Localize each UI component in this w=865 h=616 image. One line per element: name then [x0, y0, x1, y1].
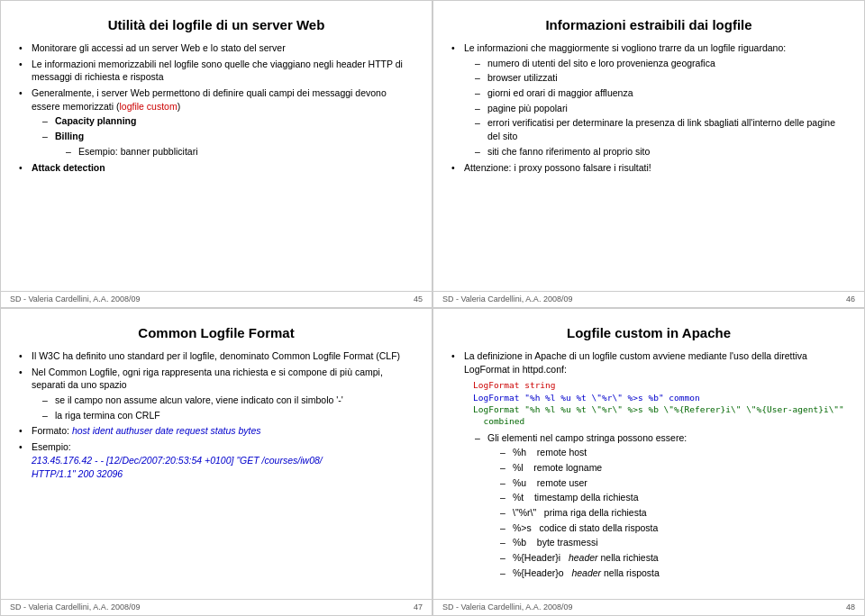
- sub-list-item: \"%r\" prima riga della richiesta: [500, 506, 846, 520]
- sub-list-item: browser utilizzati: [475, 71, 846, 85]
- sub-list-item: errori verificatisi per determinare la p…: [475, 116, 846, 142]
- list-item: La definizione in Apache di un logfile c…: [451, 349, 846, 579]
- sub-list-item: pagine più popolari: [475, 102, 846, 115]
- list-item: Le informazioni memorizzabili nel logfil…: [19, 58, 414, 84]
- footer-right: 47: [414, 602, 423, 611]
- footer-left: SD - Valeria Cardellini, A.A. 2008/09: [10, 602, 140, 611]
- sub-list-item: la riga termina con CRLF: [42, 409, 414, 422]
- slide-46-footer: SD - Valeria Cardellini, A.A. 2008/09 46: [433, 291, 864, 303]
- list-item: Esempio: 213.45.176.42 - - [12/Dec/2007:…: [19, 440, 414, 480]
- list-item: Formato: host ident authuser date reques…: [19, 424, 414, 438]
- slide-47-content: Il W3C ha definito uno standard per il l…: [19, 349, 414, 604]
- footer-left: SD - Valeria Cardellini, A.A. 2008/09: [442, 294, 572, 303]
- list-item: Il W3C ha definito uno standard per il l…: [19, 349, 414, 363]
- logformat-block: LogFormat string LogFormat "%h %l %u %t …: [473, 379, 846, 427]
- sub-list-item: %h remote host: [500, 446, 846, 459]
- footer-right: 45: [414, 294, 423, 303]
- footer-right: 48: [846, 602, 855, 611]
- slide-47-title: Common Logfile Format: [19, 325, 414, 340]
- slide-45-footer: SD - Valeria Cardellini, A.A. 2008/09 45: [1, 291, 432, 303]
- footer-left: SD - Valeria Cardellini, A.A. 2008/09: [10, 294, 140, 303]
- list-item: Attenzione: i proxy possono falsare i ri…: [451, 161, 846, 175]
- sub-list-item: %{Header}o header nella risposta: [500, 566, 846, 580]
- slide-46: Informazioni estraibili dai logfile Le i…: [432, 0, 865, 308]
- sub-list-item: %>s codice di stato della risposta: [500, 521, 846, 535]
- slide-45-content: Monitorare gli accessi ad un server Web …: [19, 41, 414, 296]
- sub-list-item: %l remote logname: [500, 461, 846, 475]
- footer-right: 46: [846, 294, 855, 303]
- slide-46-content: Le informazioni che maggiormente si vogl…: [451, 41, 846, 296]
- sub-list-item: %t timestamp della richiesta: [500, 491, 846, 504]
- slide-48: Logfile custom in Apache La definizione …: [432, 308, 865, 616]
- sub-list-item: Billing Esempio: banner pubblicitari: [42, 130, 414, 158]
- slide-45-title: Utilità dei logfile di un server Web: [19, 17, 414, 32]
- sub-list-item: Gli elementi nel campo stringa possono e…: [475, 431, 846, 580]
- slide-48-content: La definizione in Apache di un logfile c…: [451, 349, 846, 604]
- sub-list-item: %{Header}i header nella richiesta: [500, 551, 846, 565]
- list-item: Generalmente, i server Web permettono di…: [19, 86, 414, 158]
- sub-list-item: %u remote user: [500, 476, 846, 490]
- sub-list-item: Capacity planning: [42, 114, 414, 128]
- list-item: Monitorare gli accessi ad un server Web …: [19, 41, 414, 55]
- list-item: Le informazioni che maggiormente si vogl…: [451, 41, 846, 159]
- list-item: Nel Common Logfile, ogni riga rappresent…: [19, 366, 414, 422]
- sub-list-item: se il campo non assume alcun valore, vie…: [42, 394, 414, 407]
- sub-list-item: %b byte trasmessi: [500, 536, 846, 549]
- list-item: Attack detection: [19, 161, 414, 175]
- sub-list-item: numero di utenti del sito e loro proveni…: [475, 57, 846, 70]
- slide-48-footer: SD - Valeria Cardellini, A.A. 2008/09 48: [433, 599, 864, 611]
- slide-45: Utilità dei logfile di un server Web Mon…: [0, 0, 432, 308]
- sub-sub-list-item: Esempio: banner pubblicitari: [66, 145, 414, 159]
- slide-47-footer: SD - Valeria Cardellini, A.A. 2008/09 47: [1, 599, 432, 611]
- sub-list-item: siti che fanno riferimento al proprio si…: [475, 145, 846, 159]
- footer-left: SD - Valeria Cardellini, A.A. 2008/09: [442, 602, 572, 611]
- slide-48-title: Logfile custom in Apache: [451, 325, 846, 340]
- sub-list-item: giorni ed orari di maggior affluenza: [475, 86, 846, 100]
- slide-46-title: Informazioni estraibili dai logfile: [451, 17, 846, 32]
- slide-grid: Utilità dei logfile di un server Web Mon…: [0, 0, 865, 616]
- slide-47: Common Logfile Format Il W3C ha definito…: [0, 308, 432, 616]
